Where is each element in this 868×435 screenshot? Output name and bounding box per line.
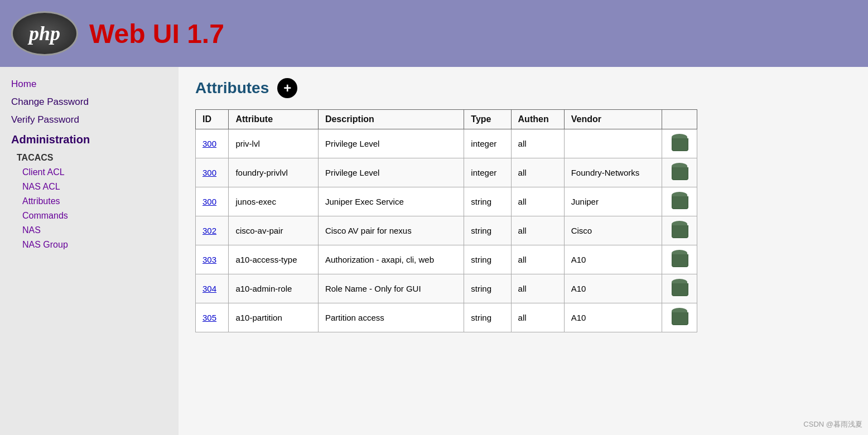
sidebar-item-nas-group[interactable]: NAS Group <box>11 238 167 252</box>
row-attribute: a10-access-type <box>229 245 318 274</box>
row-vendor: Juniper <box>564 187 662 216</box>
table-row: 302cisco-av-pairCisco AV pair for nexuss… <box>196 216 697 245</box>
row-attribute: foundry-privlvl <box>229 158 318 187</box>
col-header-vendor: Vendor <box>564 110 662 129</box>
row-authen: all <box>511 187 564 216</box>
row-description: Partition access <box>318 303 464 332</box>
row-id-link[interactable]: 300 <box>202 168 216 177</box>
row-type: string <box>464 245 511 274</box>
row-vendor <box>564 129 662 158</box>
row-description: Juniper Exec Service <box>318 187 464 216</box>
table-row: 305a10-partitionPartition accessstringal… <box>196 303 697 332</box>
sidebar-section-tacacs: TACACS <box>11 151 167 165</box>
row-attribute: junos-exec <box>229 187 318 216</box>
row-authen: all <box>511 158 564 187</box>
sidebar-item-commands[interactable]: Commands <box>11 209 167 223</box>
logo-text: php <box>29 22 60 45</box>
row-id-link[interactable]: 302 <box>202 226 216 235</box>
delete-icon[interactable] <box>672 279 687 297</box>
delete-icon[interactable] <box>672 250 687 268</box>
table-row: 300priv-lvlPrivilege Levelintegerall <box>196 129 697 158</box>
row-description: Cisco AV pair for nexus <box>318 216 464 245</box>
row-description: Privilege Level <box>318 129 464 158</box>
row-authen: all <box>511 303 564 332</box>
row-attribute: priv-lvl <box>229 129 318 158</box>
page-title: Attributes <box>195 79 269 97</box>
row-type: string <box>464 216 511 245</box>
page-header: Attributes + <box>195 78 851 98</box>
row-authen: all <box>511 216 564 245</box>
col-header-description: Description <box>318 110 464 129</box>
sidebar: Home Change Password Verify Password Adm… <box>0 67 179 435</box>
layout: Home Change Password Verify Password Adm… <box>0 67 868 435</box>
table-row: 300foundry-privlvlPrivilege Levelinteger… <box>196 158 697 187</box>
row-vendor: A10 <box>564 274 662 303</box>
attributes-table: ID Attribute Description Type Authen Ven… <box>195 109 697 332</box>
row-type: string <box>464 187 511 216</box>
sidebar-item-attributes[interactable]: Attributes <box>11 194 167 209</box>
row-authen: all <box>511 129 564 158</box>
row-id-link[interactable]: 305 <box>202 313 216 322</box>
sidebar-item-verify-password[interactable]: Verify Password <box>11 111 167 129</box>
row-vendor: Cisco <box>564 216 662 245</box>
main-content: Attributes + ID Attribute Description Ty… <box>179 67 868 435</box>
table-row: 303a10-access-typeAuthorization - axapi,… <box>196 245 697 274</box>
row-type: integer <box>464 129 511 158</box>
sidebar-item-home[interactable]: Home <box>11 75 167 93</box>
row-id-link[interactable]: 303 <box>202 255 216 264</box>
col-header-type: Type <box>464 110 511 129</box>
delete-icon[interactable] <box>672 308 687 326</box>
row-authen: all <box>511 245 564 274</box>
row-description: Role Name - Only for GUI <box>318 274 464 303</box>
row-attribute: a10-partition <box>229 303 318 332</box>
row-type: integer <box>464 158 511 187</box>
php-logo: php <box>11 11 78 56</box>
table-header-row: ID Attribute Description Type Authen Ven… <box>196 110 697 129</box>
table-row: 304a10-admin-roleRole Name - Only for GU… <box>196 274 697 303</box>
row-description: Authorization - axapi, cli, web <box>318 245 464 274</box>
row-authen: all <box>511 274 564 303</box>
table-row: 300junos-execJuniper Exec Servicestringa… <box>196 187 697 216</box>
row-attribute: a10-admin-role <box>229 274 318 303</box>
row-vendor: A10 <box>564 303 662 332</box>
add-attribute-button[interactable]: + <box>277 78 297 98</box>
row-vendor: A10 <box>564 245 662 274</box>
sidebar-item-change-password[interactable]: Change Password <box>11 93 167 111</box>
row-description: Privilege Level <box>318 158 464 187</box>
row-id-link[interactable]: 300 <box>202 197 216 206</box>
row-vendor: Foundry-Networks <box>564 158 662 187</box>
delete-icon[interactable] <box>672 221 687 239</box>
col-header-attribute: Attribute <box>229 110 318 129</box>
app-title: Web UI 1.7 <box>89 18 224 49</box>
row-id-link[interactable]: 300 <box>202 139 216 148</box>
row-id-link[interactable]: 304 <box>202 284 216 293</box>
header: php Web UI 1.7 <box>0 0 868 67</box>
delete-icon[interactable] <box>672 163 687 181</box>
row-type: string <box>464 303 511 332</box>
watermark: CSDN @暮雨浅夏 <box>803 419 862 429</box>
row-attribute: cisco-av-pair <box>229 216 318 245</box>
delete-icon[interactable] <box>672 192 687 210</box>
col-header-id: ID <box>196 110 229 129</box>
col-header-authen: Authen <box>511 110 564 129</box>
row-type: string <box>464 274 511 303</box>
delete-icon[interactable] <box>672 134 687 152</box>
sidebar-item-administration[interactable]: Administration <box>11 129 167 151</box>
sidebar-item-nas-acl[interactable]: NAS ACL <box>11 180 167 194</box>
col-header-action <box>662 110 697 129</box>
sidebar-item-client-acl[interactable]: Client ACL <box>11 165 167 180</box>
sidebar-item-nas[interactable]: NAS <box>11 223 167 238</box>
